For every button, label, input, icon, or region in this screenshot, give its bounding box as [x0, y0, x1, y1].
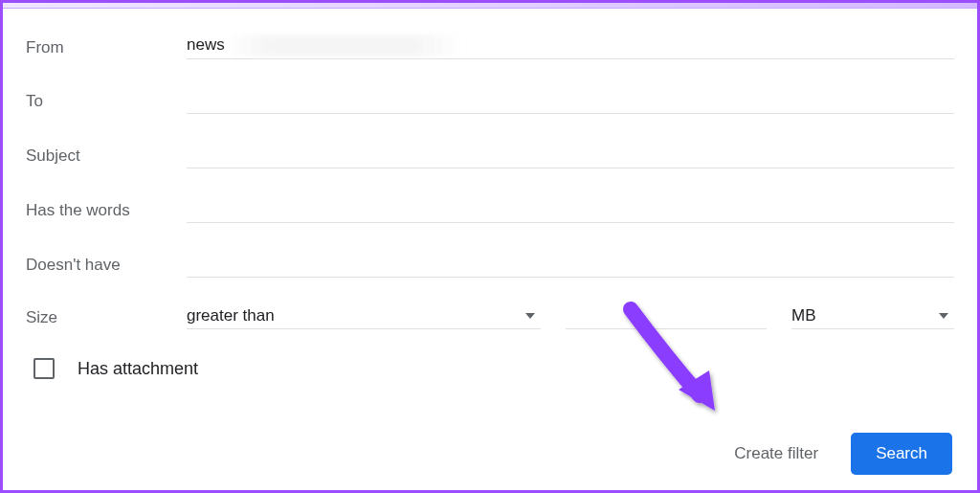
- has-attachment-row: Has attachment: [33, 358, 954, 379]
- subject-row: Subject: [26, 143, 954, 168]
- has-words-label: Has the words: [26, 201, 187, 220]
- search-button[interactable]: Search: [851, 433, 952, 475]
- doesnt-have-label: Doesn't have: [26, 256, 187, 275]
- to-input-wrap: [187, 88, 954, 114]
- from-row: From news: [26, 35, 954, 59]
- size-number-wrap: [566, 306, 767, 329]
- size-unit-select[interactable]: MB: [791, 306, 954, 329]
- subject-label: Subject: [26, 146, 187, 166]
- size-row: Size greater than MB: [26, 306, 954, 329]
- from-input-wrap[interactable]: news: [187, 35, 954, 59]
- subject-input-wrap: [187, 143, 954, 168]
- filter-form: From news To Subject Has the words Doesn…: [3, 9, 977, 379]
- size-label: Size: [26, 308, 187, 327]
- doesnt-have-input-wrap: [187, 252, 954, 278]
- from-input-value: news: [187, 35, 225, 54]
- redacted-blur: [223, 35, 462, 56]
- size-unit-value: MB: [791, 306, 816, 325]
- doesnt-have-input[interactable]: [187, 252, 954, 275]
- from-label: From: [26, 38, 187, 57]
- create-filter-button[interactable]: Create filter: [728, 437, 824, 471]
- has-words-row: Has the words: [26, 197, 954, 223]
- size-number-input[interactable]: [566, 306, 767, 325]
- has-words-input[interactable]: [187, 197, 954, 220]
- doesnt-have-row: Doesn't have: [26, 252, 954, 278]
- chevron-down-icon: [525, 313, 535, 319]
- has-words-input-wrap: [187, 197, 954, 223]
- subject-input[interactable]: [187, 143, 954, 166]
- to-input[interactable]: [187, 88, 954, 111]
- has-attachment-label: Has attachment: [78, 359, 198, 379]
- footer-actions: Create filter Search: [728, 433, 952, 475]
- search-filter-panel: From news To Subject Has the words Doesn…: [0, 0, 980, 493]
- to-label: To: [26, 92, 187, 111]
- size-comparator-value: greater than: [187, 306, 275, 325]
- chevron-down-icon: [939, 313, 948, 319]
- has-attachment-checkbox[interactable]: [33, 358, 55, 379]
- to-row: To: [26, 88, 954, 114]
- size-comparator-select[interactable]: greater than: [187, 306, 541, 329]
